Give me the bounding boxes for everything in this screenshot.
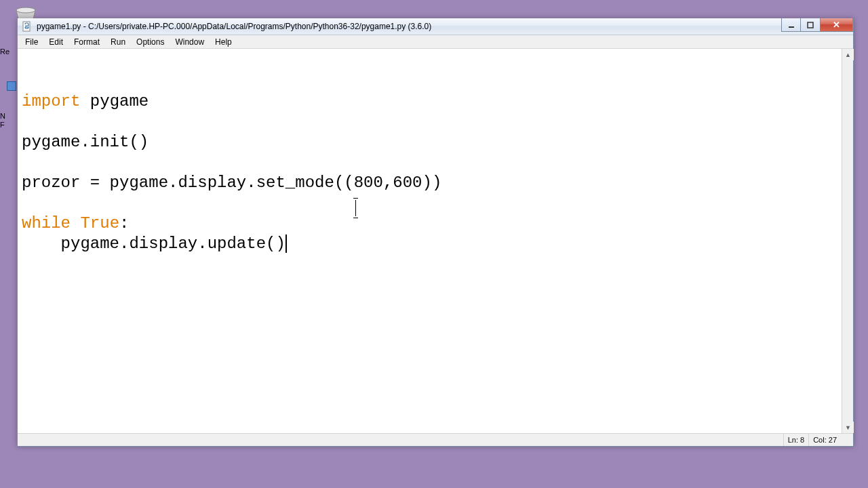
- window-controls: ✕: [781, 18, 853, 32]
- menu-options[interactable]: Options: [131, 36, 170, 48]
- scroll-up-arrow-icon[interactable]: ▲: [842, 49, 854, 60]
- code-line: prozor = pygame.display.set_mode((800,60…: [22, 173, 837, 193]
- code-line: while True:: [22, 214, 837, 234]
- minimize-icon: [788, 22, 795, 28]
- svg-rect-3: [808, 22, 813, 28]
- status-col: Col: 27: [808, 434, 841, 446]
- code-line: import pygame: [22, 92, 837, 112]
- code-line: [22, 112, 837, 132]
- close-icon: ✕: [833, 20, 840, 30]
- menu-format[interactable]: Format: [68, 36, 105, 48]
- code-line: pygame.display.update(): [22, 234, 837, 254]
- keyword: True: [80, 214, 119, 232]
- code-editor[interactable]: import pygame pygame.init() prozor = pyg…: [18, 49, 842, 433]
- code-line: [22, 152, 837, 173]
- titlebar[interactable]: pygame1.py - C:/Users/private.HP-PC.000/…: [18, 18, 853, 35]
- idle-editor-window: pygame1.py - C:/Users/private.HP-PC.000/…: [17, 18, 854, 447]
- keyword: while: [22, 214, 71, 232]
- insertion-cursor: [285, 235, 287, 253]
- python-file-icon: [22, 21, 33, 32]
- editor-wrapper: import pygame pygame.init() prozor = pyg…: [18, 49, 853, 433]
- text-cursor-ibeam: [355, 200, 356, 216]
- desktop-label-1: Re: [0, 47, 9, 56]
- menu-window[interactable]: Window: [170, 36, 210, 48]
- window-title: pygame1.py - C:/Users/private.HP-PC.000/…: [37, 22, 431, 31]
- vertical-scrollbar[interactable]: ▲ ▼: [842, 49, 853, 433]
- code-line: [22, 193, 837, 214]
- scroll-down-arrow-icon[interactable]: ▼: [842, 422, 854, 433]
- desktop-label-2: NF: [0, 112, 5, 129]
- code-line: pygame.init(): [22, 132, 837, 152]
- svg-rect-2: [789, 26, 794, 28]
- maximize-button[interactable]: [801, 18, 821, 32]
- svg-point-0: [16, 7, 35, 13]
- menu-file[interactable]: File: [20, 36, 43, 48]
- menu-help[interactable]: Help: [210, 36, 237, 48]
- close-button[interactable]: ✕: [821, 18, 853, 32]
- keyword: import: [22, 92, 80, 110]
- statusbar: Ln: 8 Col: 27: [18, 433, 853, 446]
- minimize-button[interactable]: [781, 18, 801, 32]
- menu-edit[interactable]: Edit: [43, 36, 68, 48]
- menubar: File Edit Format Run Options Window Help: [18, 35, 853, 49]
- menu-run[interactable]: Run: [105, 36, 131, 48]
- status-line: Ln: 8: [783, 434, 808, 446]
- desktop-icon-2: [7, 81, 16, 91]
- maximize-icon: [807, 22, 814, 28]
